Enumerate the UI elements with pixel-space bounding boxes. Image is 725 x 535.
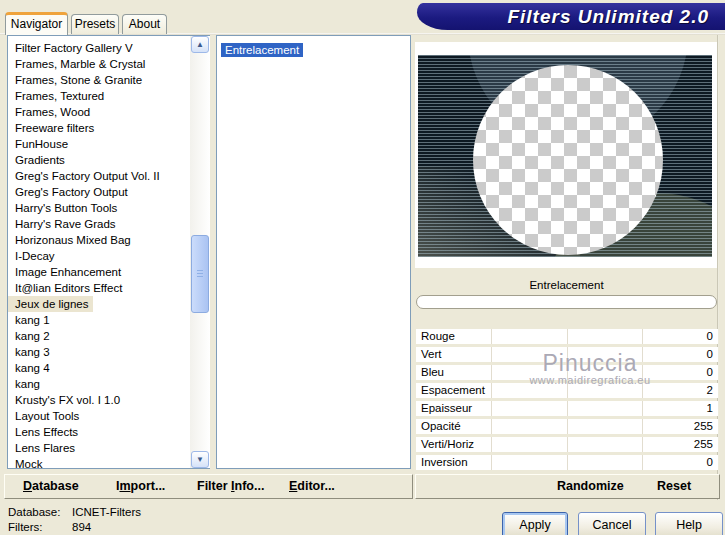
category-item-label: Frames, Wood <box>15 106 90 118</box>
category-item[interactable]: kang <box>8 376 44 392</box>
parameter-slider[interactable]: Espacement 2 <box>416 383 718 398</box>
category-item[interactable]: Horizonaus Mixed Bag <box>8 232 135 248</box>
parameter-name: Inversion <box>421 455 468 470</box>
filter-list: Entrelacement <box>216 35 411 469</box>
status-area: Database:ICNET-Filters Filters:894 <box>8 505 141 535</box>
category-item-label: Frames, Marble & Crystal <box>15 58 145 70</box>
filter-item-label: Entrelacement <box>225 44 299 56</box>
category-item[interactable]: kang 4 <box>8 360 54 376</box>
parameter-name: Espacement <box>421 383 485 398</box>
scrollbar-thumb[interactable] <box>191 235 209 313</box>
category-item[interactable]: Harry's Rave Grads <box>8 216 120 232</box>
category-item[interactable]: Image Enhancement <box>8 264 125 280</box>
parameter-value: 0 <box>707 365 713 380</box>
category-list: Filter Factory Gallery V Frames, Marble … <box>7 35 210 469</box>
parameter-name: Bleu <box>421 365 444 380</box>
category-item[interactable]: Lens Effects <box>8 424 82 440</box>
category-item-label: Gradients <box>15 154 65 166</box>
parameter-slider[interactable]: Verti/Horiz 255 <box>416 437 718 452</box>
category-item-label: Harry's Button Tools <box>15 202 117 214</box>
preview-frame <box>415 42 718 268</box>
database-button[interactable]: Database <box>23 479 79 493</box>
category-item[interactable]: Layout Tools <box>8 408 83 424</box>
category-item[interactable]: kang 2 <box>8 328 54 344</box>
parameter-list: Rouge 0 Vert 0 Bleu 0 Espacement 2 Epais… <box>416 329 718 473</box>
parameter-slider[interactable]: Rouge 0 <box>416 329 718 344</box>
help-button[interactable]: Help <box>655 512 723 535</box>
import-button[interactable]: Import... <box>116 479 165 493</box>
parameter-name: Opacité <box>421 419 461 434</box>
category-item-label: kang 2 <box>15 330 50 342</box>
tab-about-label: About <box>129 17 160 31</box>
parameter-value: 255 <box>694 419 713 434</box>
category-item[interactable]: Frames, Stone & Granite <box>8 72 146 88</box>
category-item[interactable]: Mock <box>8 456 46 469</box>
parameter-slider[interactable]: Bleu 0 <box>416 365 718 380</box>
tab-presets[interactable]: Presets <box>71 14 119 34</box>
database-label: Database: <box>8 505 72 520</box>
category-item-label: Frames, Stone & Granite <box>15 74 142 86</box>
status-database-row: Database:ICNET-Filters <box>8 505 141 520</box>
category-item[interactable]: Frames, Marble & Crystal <box>8 56 149 72</box>
filter-info-button[interactable]: Filter Info... <box>197 479 264 493</box>
preview-image <box>418 55 712 257</box>
category-item[interactable]: Frames, Textured <box>8 88 108 104</box>
footer-toolbar-right: Randomize Reset <box>415 474 720 499</box>
tab-navigator-label: Navigator <box>11 17 62 31</box>
randomize-button[interactable]: Randomize <box>557 479 624 493</box>
category-item-label: Greg's Factory Output Vol. II <box>15 170 160 182</box>
category-item-label: Greg's Factory Output <box>15 186 128 198</box>
parameter-slider[interactable]: Epaisseur 1 <box>416 401 718 416</box>
category-item-label: Krusty's FX vol. I 1.0 <box>15 394 120 406</box>
parameter-name: Rouge <box>421 329 455 344</box>
reset-button[interactable]: Reset <box>657 479 691 493</box>
category-item[interactable]: Lens Flares <box>8 440 79 456</box>
tab-about[interactable]: About <box>122 14 167 34</box>
category-item-label: It@lian Editors Effect <box>15 282 122 294</box>
category-item[interactable]: Greg's Factory Output Vol. II <box>8 168 164 184</box>
category-item-label: Mock <box>15 458 42 469</box>
scroll-down-icon[interactable]: ▼ <box>191 451 209 468</box>
parameter-value: 2 <box>707 383 713 398</box>
editor-button[interactable]: Editor... <box>289 479 335 493</box>
category-item-label: Layout Tools <box>15 410 79 422</box>
category-item-label: Lens Flares <box>15 442 75 454</box>
category-item[interactable]: Frames, Wood <box>8 104 94 120</box>
category-item[interactable]: Krusty's FX vol. I 1.0 <box>8 392 124 408</box>
category-item[interactable]: It@lian Editors Effect <box>8 280 126 296</box>
parameter-slider[interactable]: Vert 0 <box>416 347 718 362</box>
category-item-label: I-Decay <box>15 250 55 262</box>
category-item[interactable]: Freeware filters <box>8 120 98 136</box>
scroll-up-icon[interactable]: ▲ <box>191 36 209 53</box>
category-item[interactable]: kang 1 <box>8 312 54 328</box>
filter-item[interactable]: Entrelacement <box>221 43 303 57</box>
tab-navigator[interactable]: Navigator <box>5 12 68 35</box>
parameter-slider[interactable]: Opacité 255 <box>416 419 718 434</box>
status-filters-row: Filters:894 <box>8 520 141 535</box>
category-item-label: kang 3 <box>15 346 50 358</box>
category-item[interactable]: Harry's Button Tools <box>8 200 121 216</box>
category-item[interactable]: Filter Factory Gallery V <box>8 40 137 56</box>
category-item-label: Horizonaus Mixed Bag <box>15 234 131 246</box>
category-item[interactable]: Jeux de lignes <box>8 296 93 312</box>
parameter-name: Epaisseur <box>421 401 472 416</box>
category-item[interactable]: Gradients <box>8 152 69 168</box>
parameter-value: 0 <box>707 329 713 344</box>
preview-caption: Entrelacement <box>415 279 718 291</box>
progress-bar <box>416 295 717 309</box>
parameter-slider[interactable]: Inversion 0 <box>416 455 718 470</box>
category-item-label: Freeware filters <box>15 122 94 134</box>
category-scrollbar[interactable]: ▲ ▼ <box>190 36 210 468</box>
category-item-label: Image Enhancement <box>15 266 121 278</box>
filters-label: Filters: <box>8 520 72 535</box>
category-item[interactable]: kang 3 <box>8 344 54 360</box>
category-item-label: Harry's Rave Grads <box>15 218 116 230</box>
parameter-value: 0 <box>707 455 713 470</box>
category-item-label: Filter Factory Gallery V <box>15 42 133 54</box>
category-item[interactable]: Greg's Factory Output <box>8 184 132 200</box>
category-item[interactable]: FunHouse <box>8 136 72 152</box>
category-item[interactable]: I-Decay <box>8 248 59 264</box>
parameter-name: Verti/Horiz <box>421 437 474 452</box>
cancel-button[interactable]: Cancel <box>578 512 646 535</box>
apply-button[interactable]: Apply <box>502 512 568 535</box>
